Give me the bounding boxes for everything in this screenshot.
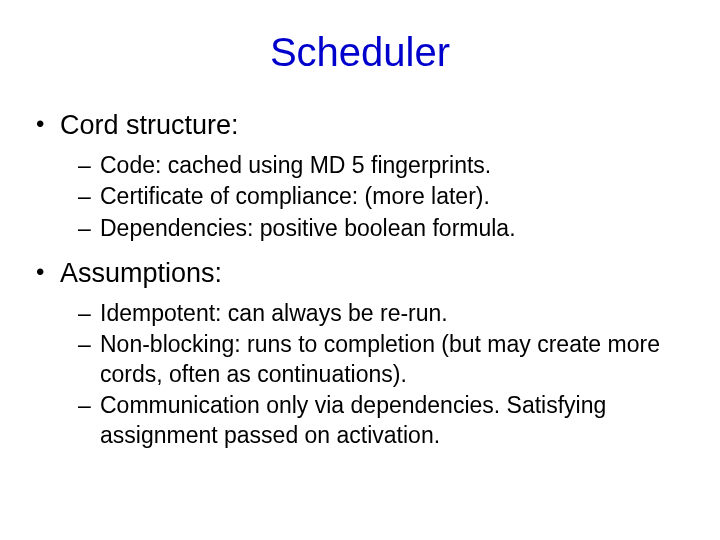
sub-list: Idempotent: can always be re-run. Non-bl… [78, 299, 692, 450]
sub-item: Non-blocking: runs to completion (but ma… [78, 330, 692, 389]
sub-item: Certificate of compliance: (more later). [78, 182, 692, 211]
bullet-label: Cord structure: [60, 110, 239, 140]
slide-title: Scheduler [28, 30, 692, 75]
sub-item: Dependencies: positive boolean formula. [78, 214, 692, 243]
bullet-list: Cord structure: Code: cached using MD 5 … [34, 109, 692, 450]
bullet-label: Assumptions: [60, 258, 222, 288]
slide: Scheduler Cord structure: Code: cached u… [0, 0, 720, 540]
sub-item: Idempotent: can always be re-run. [78, 299, 692, 328]
sub-item: Code: cached using MD 5 fingerprints. [78, 151, 692, 180]
bullet-item: Cord structure: Code: cached using MD 5 … [34, 109, 692, 243]
bullet-item: Assumptions: Idempotent: can always be r… [34, 257, 692, 450]
sub-item: Communication only via dependencies. Sat… [78, 391, 692, 450]
sub-list: Code: cached using MD 5 fingerprints. Ce… [78, 151, 692, 243]
